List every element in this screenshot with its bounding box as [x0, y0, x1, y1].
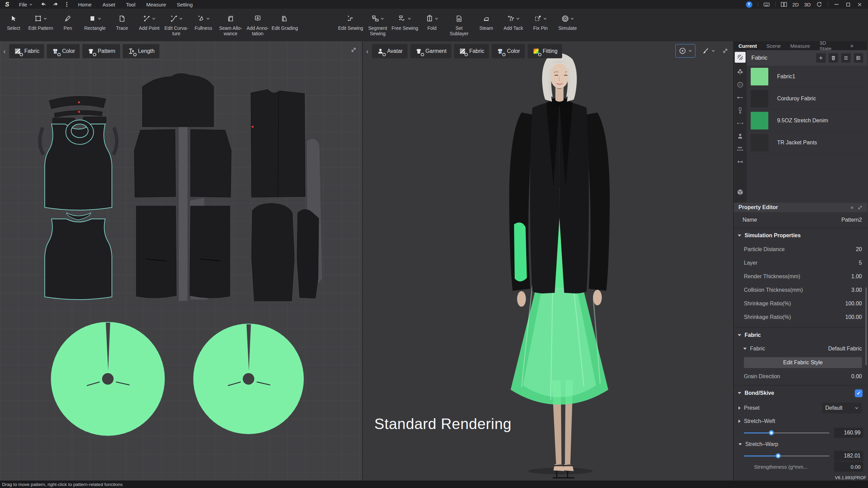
tool-set-sublayer[interactable]: Set Sublayer	[446, 13, 473, 36]
tool-edit-curvature[interactable]: Edit Curva-ture	[163, 13, 190, 36]
pattern-piece-collar-band[interactable]	[49, 96, 106, 109]
expand-panel-icon[interactable]	[857, 205, 863, 210]
green-clutch[interactable]	[514, 223, 527, 282]
strengtheness-value[interactable]: 0.00	[834, 462, 863, 472]
category-button-icon[interactable]	[734, 78, 747, 91]
more-icon[interactable]	[62, 0, 71, 9]
menu-measure[interactable]: Measure	[141, 0, 171, 9]
tool-trace[interactable]: Trace	[108, 13, 136, 31]
bond-skive-checkbox[interactable]: ✓	[855, 389, 863, 397]
pattern-piece-vest-back[interactable]	[45, 219, 112, 300]
avatar-head[interactable]	[542, 53, 577, 102]
pattern-piece-back-collar[interactable]	[66, 213, 91, 220]
expand-2d-icon[interactable]	[351, 47, 357, 53]
detail-view-icon[interactable]	[854, 53, 863, 63]
slider-handle[interactable]	[769, 430, 774, 435]
property-value[interactable]: 3.00	[851, 287, 862, 293]
pattern-2d-viewport[interactable]: ‹ Fabric Color Patter	[0, 41, 363, 481]
pattern-piece-jacket-yoke[interactable]	[142, 74, 214, 127]
preset-dropdown[interactable]: Default	[822, 403, 862, 413]
tab-current[interactable]: Current	[738, 43, 757, 49]
fabric-list-item[interactable]: Fabric1	[747, 66, 867, 88]
category-shirring-icon[interactable]	[734, 143, 747, 156]
fabric-list-item[interactable]: Corduroy Fabric	[747, 88, 867, 110]
property-value[interactable]: 1.00	[851, 273, 862, 280]
fabric-sub-row[interactable]: Fabric Default Fabric	[734, 342, 867, 355]
stretch-weft-label-row[interactable]: Stretch–Weft	[734, 415, 867, 427]
circle-skirt-panel[interactable]	[193, 324, 304, 434]
category-band-icon[interactable]	[734, 156, 747, 168]
property-value[interactable]: 20	[856, 246, 862, 252]
close-button[interactable]	[856, 1, 863, 7]
split-view-icon[interactable]	[781, 1, 787, 7]
tool-edit-grading[interactable]: Edit Grading	[271, 13, 298, 31]
menu-file[interactable]: File	[14, 0, 38, 9]
tool-fullness[interactable]: Fullness	[190, 13, 217, 31]
undo-icon[interactable]	[39, 0, 48, 9]
tool-edit-pattern[interactable]: Edit Pattern	[27, 13, 54, 31]
stretch-warp-label-row[interactable]: Stretch–Warp	[734, 439, 867, 450]
pattern-piece-jacket-panel[interactable]	[136, 206, 176, 298]
slider-handle[interactable]	[775, 453, 781, 459]
tab-3d-color[interactable]: Color	[492, 44, 525, 58]
menu-tool[interactable]: Tool	[121, 0, 141, 9]
keyboard-icon[interactable]	[764, 1, 770, 7]
tab-3d-garment[interactable]: Garment	[410, 44, 451, 58]
tool-pen[interactable]: Pen	[54, 13, 81, 31]
menu-setting[interactable]: Setting	[172, 0, 198, 9]
name-value[interactable]: Pattern2	[842, 217, 862, 223]
collapse-left-icon[interactable]: ‹	[366, 48, 369, 55]
tab-scene[interactable]: Scene	[766, 43, 781, 49]
viewport-3d[interactable]: ‹ Avatar Garment Fabr	[363, 41, 734, 481]
tool-add-tack[interactable]: Add Tack	[500, 13, 527, 31]
view-3d-button[interactable]: 3D	[804, 2, 811, 7]
menu-home[interactable]: Home	[73, 0, 97, 9]
tool-fold[interactable]: Fold	[418, 13, 446, 31]
stretch-weft-value[interactable]: 160.99	[834, 428, 863, 438]
property-value[interactable]: 5	[859, 260, 862, 266]
pattern-piece-jacket-panel[interactable]	[134, 129, 176, 197]
tool-simulate[interactable]: Simulate	[554, 13, 581, 31]
category-3d-cube-icon[interactable]	[734, 186, 747, 199]
tool-edit-sewing[interactable]: Edit Sewing	[337, 13, 364, 31]
category-avatar-icon[interactable]	[734, 130, 747, 143]
tab-2d-color[interactable]: Color	[47, 44, 80, 58]
category-topstitch-icon[interactable]	[734, 117, 747, 130]
expand-panel-icon[interactable]	[867, 43, 867, 48]
stretch-warp-slider[interactable]	[744, 455, 829, 456]
list-view-icon[interactable]	[841, 53, 851, 63]
collapse-panel-icon[interactable]: »	[850, 204, 853, 210]
user-avatar[interactable]: Y	[746, 1, 752, 8]
stretch-warp-value[interactable]: 182.01	[834, 451, 863, 461]
scrollbar-thumb[interactable]	[865, 287, 867, 365]
tool-add-point[interactable]: Add Point	[136, 13, 163, 31]
expand-3d-icon[interactable]	[722, 48, 728, 54]
menu-asset[interactable]: Asset	[97, 0, 121, 9]
fabric-list-item[interactable]: 9.5OZ Stretch Denim	[747, 110, 867, 132]
collapse-left-icon[interactable]: ‹	[3, 48, 6, 55]
pattern-pieces-canvas[interactable]	[0, 41, 363, 481]
tool-add-annotation[interactable]: Add Anno-tation	[244, 13, 271, 36]
view-2d-button[interactable]: 2D	[792, 2, 799, 7]
stretch-weft-slider[interactable]	[744, 432, 829, 433]
grain-value[interactable]: 0.00	[851, 373, 862, 380]
tool-rectangle[interactable]: Rectangle	[81, 13, 108, 31]
tab-2d-length[interactable]: Length	[123, 44, 159, 58]
brush-tool-button[interactable]	[699, 44, 718, 57]
category-zipper-icon[interactable]	[734, 104, 747, 117]
tab-2d-fabric[interactable]: Fabric	[9, 44, 44, 58]
tab-3d-avatar[interactable]: Avatar	[372, 44, 408, 58]
add-fabric-button[interactable]	[816, 53, 826, 63]
category-pin-icon[interactable]	[734, 91, 747, 104]
collapse-panel-icon[interactable]: »	[850, 43, 853, 49]
category-fabric-icon[interactable]	[735, 52, 746, 63]
tab-2d-pattern[interactable]: Pattern	[82, 44, 120, 58]
render-mode-button[interactable]	[675, 44, 695, 58]
minimize-button[interactable]	[833, 1, 840, 7]
fabric-value[interactable]: Default Fabric	[828, 346, 862, 352]
pattern-piece-sleeve[interactable]	[252, 203, 294, 301]
edit-fabric-style-button[interactable]: Edit Fabric Style	[744, 357, 862, 368]
pattern-piece-facing[interactable]	[40, 127, 43, 155]
pattern-piece-jacket-panel[interactable]	[191, 129, 231, 197]
sync-icon[interactable]	[816, 1, 822, 7]
